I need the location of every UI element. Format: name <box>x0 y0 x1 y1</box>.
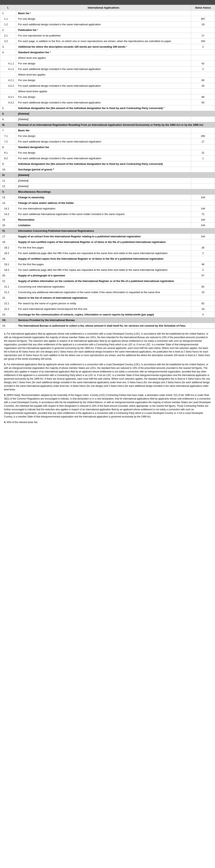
table-row: 1.2 For each additional design included … <box>0 22 215 27</box>
table-row: 4.2.2 For each additional design include… <box>0 83 215 89</box>
row-number: 8. <box>0 145 16 150</box>
row-value <box>191 105 215 111</box>
row-number: 21.1 <box>0 284 16 289</box>
row-description: For each additional design included in t… <box>16 156 191 161</box>
row-number: 1. <box>0 10 16 16</box>
row-description: Standard designation fee ² <box>16 50 191 55</box>
row-number: 4.3.2 <box>0 100 16 105</box>
row-number: 22. <box>0 295 16 301</box>
row-value: 144 <box>191 206 215 211</box>
row-value: 17 <box>191 139 215 145</box>
row-value: 50 <box>191 100 215 105</box>
row-description: [Deleted] <box>16 184 191 189</box>
row-number: 8.2 <box>0 156 16 161</box>
row-number: 4.1.2 <box>0 66 16 72</box>
row-value: 4 <box>191 312 215 317</box>
row-description: For one design <box>16 61 191 66</box>
row-description: Where level three applies <box>16 89 191 94</box>
row-number: 8.1 <box>0 150 16 156</box>
section-title: [Deleted] <box>16 111 215 117</box>
row-number: 23. <box>0 312 16 317</box>
row-number <box>0 89 16 94</box>
table-row: 22.1 Per search by the name of a given p… <box>0 301 215 306</box>
table-row: 2.2 For each page, in addition to the fi… <box>0 38 215 44</box>
table-row: 4.2.1 For one design 60 <box>0 78 215 83</box>
footnote-text: 50% of the relevant basic fee. <box>7 421 38 424</box>
table-row: 21. Supply of written information on the… <box>0 278 215 284</box>
section-roman: IV. <box>0 173 16 178</box>
footnote-number: 1. <box>4 332 6 335</box>
table-row: 8. Standard designation fee <box>0 145 215 150</box>
table-row: 2.1 For one reproduction to be published… <box>0 33 215 38</box>
table-row: 6. [Deleted] <box>0 117 215 122</box>
row-description: For each additional design included in t… <box>16 22 191 27</box>
row-description: Concerning one international registratio… <box>16 284 191 289</box>
row-description: Renunciation <box>16 217 191 223</box>
row-description: Where level one applies <box>16 55 191 61</box>
row-description: Change of name and/or address of the hol… <box>16 200 191 206</box>
table-row: 16. Limitation 144 <box>0 223 215 228</box>
footnote-item: 2. For international applications filed … <box>4 363 211 391</box>
row-number: 22.1 <box>0 301 16 306</box>
row-description: Limitation <box>16 223 191 228</box>
row-value <box>191 295 215 301</box>
row-value <box>191 256 215 261</box>
row-number: 18. <box>0 239 16 245</box>
section-roman: V. <box>0 189 16 195</box>
row-number: 12. <box>0 184 16 189</box>
row-number: 6. <box>0 117 16 122</box>
row-value <box>191 167 215 173</box>
section-roman: III. <box>0 122 16 128</box>
table-row: 23. Surcharge for the communication of e… <box>0 312 215 317</box>
row-number: 2.2 <box>0 38 16 44</box>
row-value: 19 <box>191 22 215 27</box>
table-row: Where level two applies <box>0 72 215 78</box>
row-description: For the first five pages <box>16 261 191 267</box>
row-number: 7.1 <box>0 133 16 139</box>
row-number: 17. <box>0 234 16 239</box>
row-description: For one reproduction to be published <box>16 33 191 38</box>
table-row: 7.2 For each additional design included … <box>0 139 215 145</box>
footnote-text: [WIPO Note]: Recommendation adopted by t… <box>4 394 211 418</box>
row-value <box>191 27 215 33</box>
row-value <box>191 128 215 133</box>
row-value: 2 <box>191 66 215 72</box>
row-value <box>191 178 215 184</box>
footnote-item: 4. 50% of the relevant basic fee. <box>4 421 211 424</box>
row-number: 24. <box>0 323 16 329</box>
row-value: 17 <box>191 33 215 38</box>
table-row: 18.1 For the first five pages 26 <box>0 245 215 250</box>
row-number: 1.2 <box>0 22 16 27</box>
row-description: Search in the list of owners of internat… <box>16 295 191 301</box>
table-row: 7. Basic fee <box>0 128 215 133</box>
table-row: 1.1 For one design 397 <box>0 16 215 22</box>
row-number: 18.1 <box>0 245 16 250</box>
footnotes-section: 1. For international applications filed … <box>0 329 215 429</box>
table-row: VI. Information Concerning Published Int… <box>0 228 215 234</box>
row-value <box>191 161 215 167</box>
table-row: 21.1 Concerning one international regist… <box>0 284 215 289</box>
row-number: 4.1.1 <box>0 61 16 66</box>
table-row: Where level three applies <box>0 89 215 94</box>
table-row: II. [Deleted] <box>0 111 215 117</box>
row-description: For one design <box>16 133 191 139</box>
row-value: 144 <box>191 195 215 200</box>
row-number: 4.3.1 <box>0 94 16 100</box>
row-description: Standard designation fee <box>16 145 191 150</box>
row-number: 21.2 <box>0 289 16 295</box>
row-number: 19.2 <box>0 267 16 273</box>
fees-table: I. International Applications Swiss fran… <box>0 5 215 329</box>
table-row: 9. Individual designation fee (the amoun… <box>0 161 215 167</box>
section-title: Miscellaneous Recordings <box>16 189 215 195</box>
row-number: 2.1 <box>0 33 16 38</box>
footnote-item: 1. For international applications filed … <box>4 332 211 361</box>
table-row: 3. Additional fee where the description … <box>0 44 215 50</box>
row-value: 46 <box>191 261 215 267</box>
row-description: Publication fee ¹ <box>16 27 191 33</box>
row-value: 150 <box>191 38 215 44</box>
row-description: For each page, in addition to the first,… <box>16 38 191 44</box>
row-description: [Deleted] <box>16 178 191 184</box>
row-description: Basic fee <box>16 128 191 133</box>
row-number: 16. <box>0 223 16 228</box>
row-number: 1.1 <box>0 16 16 22</box>
